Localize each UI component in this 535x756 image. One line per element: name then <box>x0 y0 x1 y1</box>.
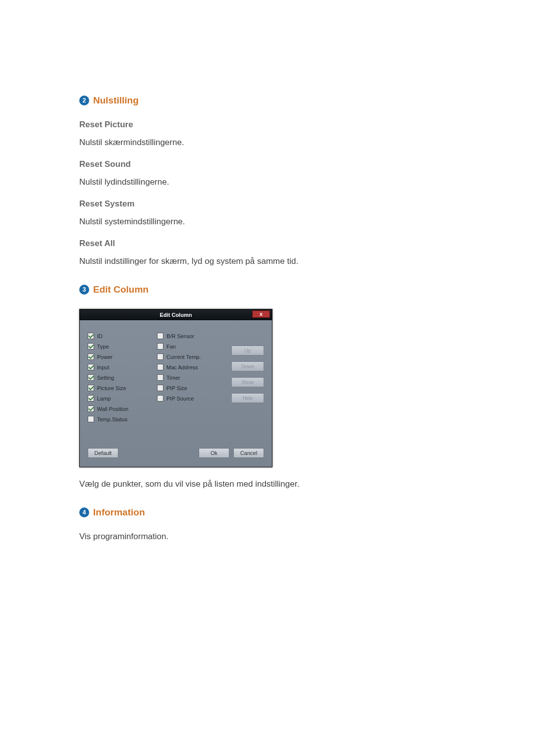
up-button[interactable]: Up <box>231 346 264 355</box>
reset-sound-heading: Reset Sound <box>79 159 456 169</box>
checkbox-label: Lamp <box>97 396 111 402</box>
section-number-badge: 2 <box>79 96 89 105</box>
checkbox[interactable] <box>88 374 94 381</box>
checkbox[interactable] <box>88 416 94 422</box>
section-number-badge: 3 <box>79 285 89 295</box>
checkbox-row[interactable]: Wall Position <box>88 405 148 412</box>
checkbox[interactable] <box>88 364 94 370</box>
reset-all-heading: Reset All <box>79 239 456 249</box>
ok-button[interactable]: Ok <box>199 448 229 458</box>
checkbox-row[interactable]: Mac Address <box>157 364 217 370</box>
dialog-body: IDTypePowerInputSettingPicture SizeLampW… <box>80 320 272 467</box>
side-buttons: Up Down Show Hide <box>231 333 264 422</box>
checkbox-row[interactable]: PIP Size <box>157 385 217 391</box>
checkbox-label: PIP Size <box>166 385 187 391</box>
checkbox-label: Timer <box>166 375 180 381</box>
section-title: Edit Column <box>93 284 149 295</box>
checkbox-row[interactable]: Type <box>88 343 148 350</box>
hide-button[interactable]: Hide <box>231 393 264 403</box>
dialog-title: Edit Column <box>160 312 192 318</box>
reset-system-body: Nulstil systemindstillingerne. <box>79 217 456 227</box>
checkbox-label: Setting <box>97 375 114 381</box>
section-title: Information <box>93 507 145 518</box>
checkbox-row[interactable]: Fan <box>157 343 217 350</box>
footer-spacer <box>122 448 195 458</box>
checkbox-column-right: B/R SensorFanCurrent Temp.Mac AddressTim… <box>157 333 217 422</box>
section-header-information: 4 Information <box>79 507 456 518</box>
checkbox[interactable] <box>157 374 163 381</box>
section-number-badge: 4 <box>79 507 89 517</box>
checkbox[interactable] <box>88 343 94 350</box>
checkbox[interactable] <box>157 395 163 402</box>
checkbox-label: ID <box>97 333 103 339</box>
checkbox-row[interactable]: ID <box>88 333 148 339</box>
checkbox-label: Type <box>97 344 109 350</box>
close-icon: x <box>260 311 263 317</box>
edit-column-dialog: Edit Column x IDTypePowerInputSettingPic… <box>79 309 272 467</box>
checkbox-label: Current Temp. <box>166 354 201 360</box>
checkbox-label: Picture Size <box>97 385 126 391</box>
checkbox-columns: IDTypePowerInputSettingPicture SizeLampW… <box>88 333 264 422</box>
checkbox-row[interactable]: Picture Size <box>88 385 148 391</box>
information-body: Vis programinformation. <box>79 532 456 542</box>
reset-sound-body: Nulstil lydindstillingerne. <box>79 177 456 187</box>
checkbox[interactable] <box>157 353 163 360</box>
checkbox[interactable] <box>88 405 94 412</box>
down-button[interactable]: Down <box>231 361 264 371</box>
checkbox-row[interactable]: B/R Sensor <box>157 333 217 339</box>
edit-column-caption: Vælg de punkter, som du vil vise på list… <box>79 479 456 489</box>
checkbox-row[interactable]: Lamp <box>88 395 148 402</box>
checkbox-label: PIP Source <box>166 396 194 402</box>
checkbox-label: B/R Sensor <box>166 333 194 339</box>
reset-picture-heading: Reset Picture <box>79 120 456 130</box>
dialog-titlebar[interactable]: Edit Column x <box>80 309 272 320</box>
checkbox[interactable] <box>88 395 94 402</box>
checkbox-label: Temp.Status <box>97 416 127 422</box>
page-content: 2 Nulstilling Reset Picture Nulstil skær… <box>79 95 456 554</box>
checkbox[interactable] <box>88 353 94 360</box>
section-header-edit-column: 3 Edit Column <box>79 284 456 295</box>
default-button[interactable]: Default <box>88 448 118 458</box>
reset-picture-body: Nulstil skærmindstillingerne. <box>79 138 456 148</box>
section-header-nulstilling: 2 Nulstilling <box>79 95 456 106</box>
checkbox-label: Power <box>97 354 112 360</box>
checkbox-row[interactable]: Setting <box>88 374 148 381</box>
checkbox[interactable] <box>157 333 163 339</box>
checkbox-column-left: IDTypePowerInputSettingPicture SizeLampW… <box>88 333 148 422</box>
reset-system-heading: Reset System <box>79 199 456 209</box>
show-button[interactable]: Show <box>231 377 264 387</box>
checkbox-row[interactable]: Timer <box>157 374 217 381</box>
checkbox-row[interactable]: PIP Source <box>157 395 217 402</box>
checkbox-row[interactable]: Power <box>88 353 148 360</box>
checkbox-label: Wall Position <box>97 406 128 412</box>
checkbox-label: Input <box>97 364 109 370</box>
checkbox[interactable] <box>157 385 163 391</box>
close-button[interactable]: x <box>252 310 270 318</box>
checkbox-row[interactable]: Temp.Status <box>88 416 148 422</box>
dialog-footer: Default Ok Cancel <box>88 448 264 458</box>
checkbox-row[interactable]: Current Temp. <box>157 353 217 360</box>
section-title: Nulstilling <box>93 95 139 106</box>
checkbox[interactable] <box>157 343 163 350</box>
checkbox[interactable] <box>88 385 94 391</box>
checkbox[interactable] <box>157 364 163 370</box>
cancel-button[interactable]: Cancel <box>233 448 264 458</box>
checkbox-label: Fan <box>166 344 176 350</box>
checkbox[interactable] <box>88 333 94 339</box>
checkbox-label: Mac Address <box>166 364 198 370</box>
checkbox-row[interactable]: Input <box>88 364 148 370</box>
reset-all-body: Nulstil indstillinger for skærm, lyd og … <box>79 256 456 266</box>
